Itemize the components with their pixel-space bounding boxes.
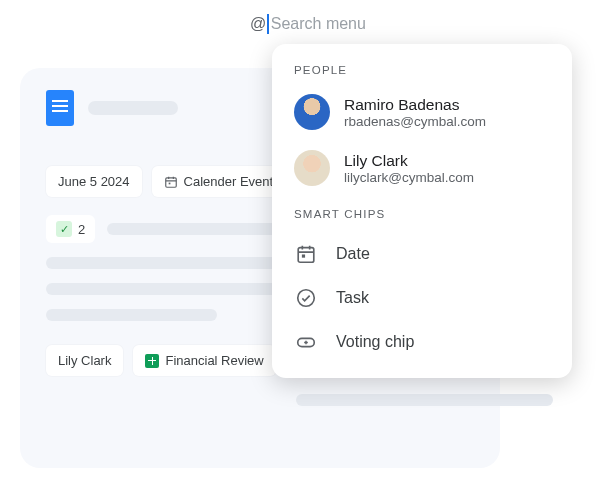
person-chip[interactable]: Lily Clark bbox=[46, 345, 123, 376]
person-email: rbadenas@cymbal.com bbox=[344, 114, 486, 129]
avatar bbox=[294, 94, 330, 130]
chip-option-date[interactable]: Date bbox=[272, 232, 572, 276]
search-placeholder: Search menu bbox=[271, 15, 366, 33]
avatar bbox=[294, 150, 330, 186]
at-mention-search[interactable]: @ Search menu bbox=[250, 14, 366, 34]
chip-option-voting[interactable]: Voting chip bbox=[272, 320, 572, 364]
text-placeholder bbox=[46, 309, 217, 321]
smart-chip-menu: PEOPLE Ramiro Badenas rbadenas@cymbal.co… bbox=[272, 44, 572, 378]
vote-chip[interactable]: ✓ 2 bbox=[46, 215, 95, 243]
people-section-label: PEOPLE bbox=[272, 64, 572, 88]
person-option-ramiro[interactable]: Ramiro Badenas rbadenas@cymbal.com bbox=[272, 88, 572, 144]
chip-label: Voting chip bbox=[336, 333, 414, 351]
chip-label: Date bbox=[336, 245, 370, 263]
sheets-icon bbox=[145, 354, 159, 368]
check-icon: ✓ bbox=[56, 221, 72, 237]
chip-option-task[interactable]: Task bbox=[272, 276, 572, 320]
event-chip-label: Calender Event bbox=[184, 174, 274, 189]
svg-point-4 bbox=[298, 290, 315, 307]
svg-rect-2 bbox=[298, 248, 314, 263]
svg-rect-3 bbox=[302, 254, 305, 257]
title-placeholder bbox=[88, 101, 178, 115]
chip-label: Task bbox=[336, 289, 369, 307]
svg-rect-0 bbox=[165, 177, 176, 186]
person-option-lily[interactable]: Lily Clark lilyclark@cymbal.com bbox=[272, 144, 572, 200]
at-symbol: @ bbox=[250, 15, 266, 33]
sheet-chip-label: Financial Review bbox=[165, 353, 263, 368]
task-icon bbox=[294, 286, 318, 310]
voting-chip-icon bbox=[294, 330, 318, 354]
text-placeholder bbox=[296, 394, 553, 406]
person-name: Ramiro Badenas bbox=[344, 95, 486, 114]
person-name: Lily Clark bbox=[344, 151, 474, 170]
smart-chips-section-label: SMART CHIPS bbox=[272, 200, 572, 232]
google-docs-icon bbox=[46, 90, 74, 126]
sheet-chip[interactable]: Financial Review bbox=[133, 345, 275, 376]
person-text: Ramiro Badenas rbadenas@cymbal.com bbox=[344, 95, 486, 129]
date-chip-label: June 5 2024 bbox=[58, 174, 130, 189]
date-icon bbox=[294, 242, 318, 266]
person-chip-label: Lily Clark bbox=[58, 353, 111, 368]
person-email: lilyclark@cymbal.com bbox=[344, 170, 474, 185]
person-text: Lily Clark lilyclark@cymbal.com bbox=[344, 151, 474, 185]
text-cursor bbox=[267, 14, 269, 34]
date-chip[interactable]: June 5 2024 bbox=[46, 166, 142, 197]
svg-rect-1 bbox=[168, 182, 170, 184]
vote-count: 2 bbox=[78, 222, 85, 237]
calendar-icon bbox=[164, 175, 178, 189]
calendar-event-chip[interactable]: Calender Event bbox=[152, 166, 286, 197]
